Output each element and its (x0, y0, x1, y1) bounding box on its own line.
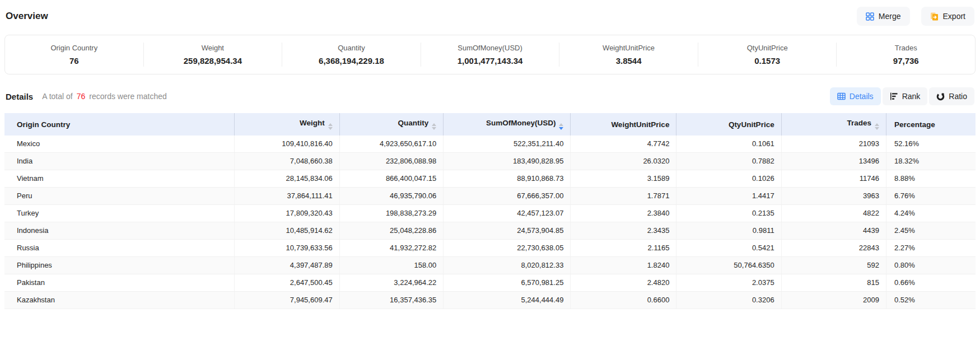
cell-qtyunitprice: 1.4417 (676, 188, 781, 205)
cell-trades: 21093 (781, 136, 886, 153)
cell-trades: 13496 (781, 153, 886, 170)
column-header-trades[interactable]: Trades (781, 113, 886, 136)
table-row-mexico: Mexico109,410,816.404,923,650,617.10522,… (4, 136, 976, 153)
sort-caret-icon (875, 123, 879, 130)
cell-percentage: 18.32% (886, 153, 976, 170)
cell-quantity: 25,048,228.86 (339, 222, 444, 240)
column-header-label: WeightUnitPrice (611, 120, 669, 129)
table-row-indonesia: Indonesia10,485,914.6225,048,228.8624,57… (4, 222, 976, 240)
table-icon (837, 92, 846, 100)
stat-label: Weight (144, 44, 282, 52)
tab-ratio[interactable]: Ratio (929, 87, 974, 105)
cell-qtyunitprice: 0.3206 (676, 292, 781, 309)
cell-weight: 37,864,111.41 (235, 188, 339, 205)
cell-weight: 10,739,633.56 (235, 240, 339, 257)
cell-weightunitprice: 0.6600 (571, 292, 676, 309)
cell-percentage: 0.66% (886, 274, 976, 292)
stat-value: 259,828,954.34 (144, 56, 282, 66)
cell-qtyunitprice: 50,764.6350 (676, 257, 781, 274)
top-actions: Merge Export (857, 7, 974, 26)
cell-weightunitprice: 26.0320 (571, 153, 676, 170)
stat-value: 0.1573 (698, 56, 837, 66)
overview-stat-sumofmoney-usd: SumOfMoney(USD)1,001,477,143.34 (421, 43, 560, 67)
cell-sumofmoney-usd: 22,730,638.05 (444, 240, 571, 257)
stat-label: SumOfMoney(USD) (421, 44, 559, 52)
column-header-label: Trades (847, 119, 871, 127)
cell-sumofmoney-usd: 67,666,357.00 (444, 188, 571, 205)
cell-weight: 28,145,834.06 (235, 170, 339, 188)
cell-percentage: 2.27% (886, 240, 976, 257)
table-row-india: India7,048,660.38232,806,088.98183,490,8… (4, 153, 976, 170)
cell-weightunitprice: 3.1589 (571, 170, 676, 188)
cell-weight: 2,647,500.45 (235, 274, 339, 292)
cell-trades: 4439 (781, 222, 886, 240)
merge-button-label: Merge (879, 12, 901, 21)
view-switch: Details Rank (830, 87, 974, 105)
cell-sumofmoney-usd: 88,910,868.73 (444, 170, 571, 188)
tab-rank-label: Rank (902, 92, 921, 101)
table-header-row: Origin CountryWeightQuantitySumOfMoney(U… (4, 113, 976, 136)
details-title: Details (6, 92, 33, 101)
column-header-label: Percentage (894, 120, 935, 129)
cell-percentage: 52.16% (886, 136, 976, 153)
cell-quantity: 232,806,088.98 (339, 153, 444, 170)
cell-trades: 11746 (781, 170, 886, 188)
cell-trades: 4822 (781, 205, 886, 222)
merge-button[interactable]: Merge (857, 7, 910, 26)
column-header-label: QtyUnitPrice (729, 120, 774, 129)
cell-weight: 109,410,816.40 (235, 136, 339, 153)
cell-qtyunitprice: 0.9811 (676, 222, 781, 240)
stat-label: QtyUnitPrice (698, 44, 837, 52)
cell-percentage: 0.80% (886, 257, 976, 274)
stat-label: Trades (837, 44, 975, 52)
stat-label: Quantity (282, 44, 421, 52)
cell-origin-country: Peru (4, 188, 235, 205)
column-header-quantity[interactable]: Quantity (339, 113, 444, 136)
cell-quantity: 158.00 (339, 257, 444, 274)
cell-sumofmoney-usd: 5,244,444.49 (444, 292, 571, 309)
details-header: Details A total of76records were matched (6, 92, 167, 101)
page-title: Overview (6, 11, 48, 22)
cell-weightunitprice: 4.7742 (571, 136, 676, 153)
column-header-label: Origin Country (17, 120, 70, 129)
overview-stat-qtyunitprice: QtyUnitPrice0.1573 (698, 43, 837, 67)
tab-rank[interactable]: Rank (883, 87, 928, 105)
table-row-pakistan: Pakistan2,647,500.453,224,964.226,570,98… (4, 274, 976, 292)
table-row-turkey: Turkey17,809,320.43198,838,273.2942,457,… (4, 205, 976, 222)
top-bar: Overview Merge (4, 7, 976, 26)
matched-records-text: A total of76records were matched (42, 92, 167, 101)
overview-stat-origin-country: Origin Country76 (5, 43, 144, 67)
bar-chart-icon (890, 92, 898, 100)
cell-trades: 22843 (781, 240, 886, 257)
stat-value: 3.8544 (559, 56, 698, 66)
stat-value: 76 (5, 56, 143, 66)
cell-qtyunitprice: 0.7882 (676, 153, 781, 170)
details-bar: Details A total of76records were matched… (4, 87, 976, 105)
export-button[interactable]: Export (921, 7, 974, 26)
column-header-weightunitprice: WeightUnitPrice (571, 113, 676, 136)
cell-quantity: 198,838,273.29 (339, 205, 444, 222)
cell-origin-country: India (4, 153, 235, 170)
column-header-sumofmoney-usd[interactable]: SumOfMoney(USD) (444, 113, 571, 136)
tab-ratio-label: Ratio (949, 92, 967, 101)
cell-weightunitprice: 2.4820 (571, 274, 676, 292)
cell-origin-country: Indonesia (4, 222, 235, 240)
cell-percentage: 2.45% (886, 222, 976, 240)
cell-sumofmoney-usd: 522,351,211.40 (444, 136, 571, 153)
cell-origin-country: Mexico (4, 136, 235, 153)
table-row-peru: Peru37,864,111.4146,935,790.0667,666,357… (4, 188, 976, 205)
cell-qtyunitprice: 2.0375 (676, 274, 781, 292)
cell-percentage: 8.88% (886, 170, 976, 188)
cell-weightunitprice: 1.8240 (571, 257, 676, 274)
sort-caret-icon (432, 123, 436, 130)
column-header-origin-country: Origin Country (4, 113, 235, 136)
cell-sumofmoney-usd: 42,457,123.07 (444, 205, 571, 222)
matched-suffix: records were matched (89, 92, 167, 101)
export-icon (930, 12, 939, 21)
cell-weightunitprice: 1.7871 (571, 188, 676, 205)
tab-details[interactable]: Details (830, 87, 881, 105)
cell-origin-country: Pakistan (4, 274, 235, 292)
cell-weight: 7,048,660.38 (235, 153, 339, 170)
cell-trades: 3963 (781, 188, 886, 205)
column-header-weight[interactable]: Weight (235, 113, 339, 136)
